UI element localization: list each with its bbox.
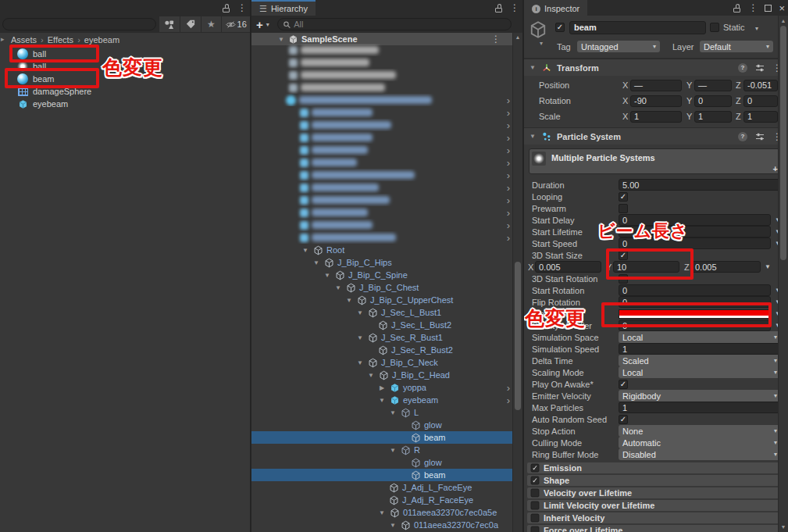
static-checkbox[interactable] (710, 23, 719, 32)
ring-buffer-mode-dropdown[interactable]: Disabled▾ (619, 448, 781, 460)
play-on-awake-checkbox[interactable] (619, 380, 628, 389)
asset-ball-texture[interactable]: ball (0, 60, 250, 73)
breadcrumb-eyebeam[interactable]: eyebeam (84, 35, 119, 45)
foldout-icon[interactable]: ▼ (355, 309, 365, 316)
hierarchy-row[interactable]: J_Sec_L_Bust2 (251, 319, 512, 331)
hierarchy-row[interactable]: ▼J_Bip_C_Neck (251, 356, 512, 369)
rotation-y-field[interactable]: 0 (694, 95, 732, 107)
position-x-field[interactable]: — (630, 80, 682, 91)
presets-icon[interactable] (755, 132, 765, 141)
hierarchy-row[interactable]: ▼J_Sec_R_Bust1 (251, 331, 512, 344)
foldout-icon[interactable]: ▼ (312, 259, 321, 266)
lock-icon[interactable] (223, 3, 230, 13)
rotation-x-field[interactable]: -90 (630, 95, 682, 107)
module-checkbox[interactable] (531, 489, 540, 498)
lock-icon[interactable] (495, 3, 503, 13)
nav-arrow-icon[interactable]: › (507, 157, 512, 169)
curve-dropdown-icon[interactable]: ▼ (761, 263, 771, 270)
hierarchy-row[interactable]: ▼R (251, 444, 512, 456)
asset-beam-material[interactable]: beam (0, 73, 250, 85)
favorites-button[interactable]: ★ (201, 16, 222, 32)
censored-row[interactable]: › (251, 144, 512, 156)
project-search[interactable] (2, 18, 156, 30)
hierarchy-row[interactable]: ▼011aeea32370c7ec0a5e (251, 506, 512, 519)
looping-checkbox[interactable] (619, 192, 628, 202)
foldout-icon[interactable]: ▼ (344, 297, 354, 304)
delta-time-dropdown[interactable]: Scaled▾ (619, 355, 781, 366)
scroll-down-icon[interactable]: ▼ (779, 524, 788, 530)
module-checkbox[interactable] (531, 464, 540, 473)
module-shape[interactable]: Shape (527, 475, 781, 486)
foldout-icon[interactable]: ▼ (388, 447, 398, 454)
layer-dropdown[interactable]: Default▾ (700, 41, 773, 52)
nav-arrow-icon[interactable]: › (507, 207, 512, 219)
scrollbar-thumb[interactable] (780, 26, 786, 260)
nav-arrow-icon[interactable]: › (507, 182, 512, 194)
help-icon[interactable]: ? (738, 63, 747, 73)
hierarchy-row[interactable]: J_Adj_R_FaceEye (251, 494, 512, 506)
scaling-mode-dropdown[interactable]: Local▾ (619, 366, 781, 378)
censored-row[interactable] (251, 81, 512, 94)
foldout-icon[interactable]: ▼ (333, 284, 343, 291)
module-force-over-lifetime[interactable]: Force over Lifetime (527, 525, 781, 532)
nav-arrow-icon[interactable]: › (507, 132, 512, 144)
foldout-icon[interactable]: ▼ (355, 359, 365, 366)
help-icon[interactable]: ? (738, 132, 747, 141)
gameobject-dropdown-icon[interactable]: ▾ (540, 40, 543, 47)
hierarchy-row[interactable]: ▼J_Bip_C_Head (251, 369, 512, 381)
nav-arrow-icon[interactable]: › (507, 395, 512, 406)
scroll-up-icon[interactable]: ▲ (513, 34, 522, 40)
size-x-field[interactable]: 0.005 (535, 261, 601, 273)
filter-by-label-button[interactable] (180, 16, 201, 32)
start-delay-field[interactable]: 0 (619, 214, 771, 226)
panel-menu-icon[interactable]: ⋮ (748, 3, 758, 12)
censored-row[interactable]: › (251, 231, 512, 244)
collapse-arrow-icon[interactable]: ▸ (1, 35, 5, 43)
module-emission[interactable]: Emission (527, 462, 781, 473)
scroll-up-icon[interactable]: ▲ (779, 18, 788, 23)
hierarchy-search-input[interactable] (294, 20, 506, 29)
asset-eyebeam-prefab[interactable]: eyebeam (0, 98, 250, 110)
censored-row[interactable]: › (251, 194, 512, 206)
create-button[interactable]: + (256, 18, 263, 31)
hidden-objects-button[interactable]: 16 (221, 16, 250, 32)
create-dropdown-icon[interactable]: ▾ (266, 21, 269, 28)
breadcrumb-assets[interactable]: Assets (11, 35, 37, 45)
foldout-icon[interactable]: ▼ (366, 372, 376, 379)
censored-row[interactable]: › (251, 131, 512, 144)
censored-row[interactable] (251, 56, 512, 69)
hierarchy-row[interactable]: glow (251, 456, 512, 469)
hierarchy-row[interactable]: glow (251, 419, 512, 431)
hierarchy-row[interactable]: ▼J_Bip_C_Spine (251, 269, 512, 281)
hierarchy-search[interactable] (277, 18, 512, 30)
foldout-icon[interactable]: ▼ (277, 36, 285, 43)
hierarchy-row-yoppa[interactable]: ▶yoppa› (251, 381, 512, 394)
hierarchy-row[interactable]: ▼L (251, 406, 512, 419)
foldout-icon[interactable]: ▼ (388, 522, 398, 529)
presets-icon[interactable] (755, 63, 765, 73)
nav-arrow-icon[interactable]: › (507, 382, 512, 394)
hierarchy-row-beam-selected[interactable]: beam (251, 469, 512, 481)
gameobject-name-field[interactable]: beam (569, 21, 706, 34)
foldout-icon[interactable]: ▶ (377, 384, 387, 391)
module-limit-velocity-over-lifetime[interactable]: Limit Velocity over Lifetime (527, 500, 781, 511)
scale-x-field[interactable]: 1 (630, 111, 682, 123)
emitter-velocity-dropdown[interactable]: Rigidbody▾ (619, 390, 781, 402)
filter-by-type-button[interactable] (159, 16, 180, 32)
nav-arrow-icon[interactable]: › (507, 145, 512, 156)
auto-random-seed-checkbox[interactable] (619, 415, 628, 424)
gameobject-big-cube-icon[interactable] (529, 20, 547, 39)
start-lifetime-field[interactable] (619, 226, 771, 237)
foldout-icon[interactable]: ▼ (529, 133, 537, 140)
censored-row[interactable]: › (251, 106, 512, 119)
active-checkbox[interactable] (555, 23, 565, 32)
prewarm-checkbox[interactable] (619, 204, 628, 213)
tab-inspector[interactable]: i Inspector (524, 0, 587, 16)
censored-row[interactable] (251, 44, 512, 56)
hierarchy-row[interactable]: J_Adj_L_FaceEye (251, 481, 512, 494)
hierarchy-row-eyebeam[interactable]: ▼eyebeam› (251, 394, 512, 406)
simulation-speed-field[interactable]: 1 (619, 343, 781, 355)
3d-start-rotation-checkbox[interactable] (619, 274, 628, 284)
particle-system-header[interactable]: ▼ Particle System ? ⋮ (524, 127, 788, 145)
duration-field[interactable]: 5.00 (619, 179, 781, 191)
